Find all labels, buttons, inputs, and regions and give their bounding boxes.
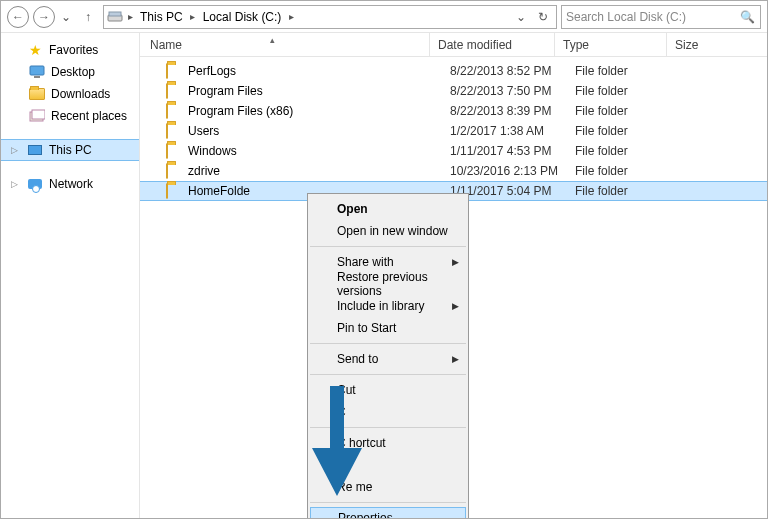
folder-icon [166, 64, 182, 78]
context-menu-label: Include in library [337, 299, 424, 313]
file-date: 8/22/2013 8:52 PM [450, 64, 575, 78]
context-menu: OpenOpen in new windowShare with▶Restore… [307, 193, 469, 519]
context-menu-item[interactable]: Pin to Start [309, 317, 467, 339]
sidebar-item-downloads[interactable]: Downloads [1, 83, 139, 105]
address-bar[interactable]: ▸ This PC ▸ Local Disk (C:) ▸ ⌄ ↻ [103, 5, 557, 29]
chevron-right-icon: ▷ [11, 145, 21, 155]
arrow-left-icon: ← [12, 11, 24, 23]
sidebar-network[interactable]: ▷ Network [1, 173, 139, 195]
svg-rect-2 [30, 66, 44, 75]
drive-icon [106, 8, 124, 26]
svg-rect-3 [34, 76, 40, 78]
context-menu-item[interactable]: D [309, 454, 467, 476]
recent-places-icon [29, 108, 45, 124]
column-headers: Name Date modified Type Size [140, 33, 767, 57]
nav-back-button[interactable]: ← [7, 6, 29, 28]
file-date: 1/2/2017 1:38 AM [450, 124, 575, 138]
arrow-right-icon: → [38, 11, 50, 23]
file-type: File folder [575, 144, 687, 158]
search-placeholder: Search Local Disk (C:) [566, 10, 738, 24]
sidebar-item-recent-places[interactable]: Recent places [1, 105, 139, 127]
file-name: Windows [188, 144, 450, 158]
file-type: File folder [575, 64, 687, 78]
file-type: File folder [575, 84, 687, 98]
context-menu-label: Share with [337, 255, 394, 269]
folder-icon [166, 84, 182, 98]
context-menu-item[interactable]: Properties [310, 507, 466, 519]
svg-rect-5 [32, 110, 45, 119]
desktop-icon [29, 64, 45, 80]
file-row[interactable]: Windows1/11/2017 4:53 PMFile folder [140, 141, 767, 161]
context-menu-label: Pin to Start [337, 321, 396, 335]
breadcrumb-this-pc[interactable]: This PC [136, 6, 187, 28]
context-menu-item[interactable]: Re me [309, 476, 467, 498]
search-input[interactable]: Search Local Disk (C:) 🔍 [561, 5, 761, 29]
chevron-right-icon: ▸ [124, 11, 136, 22]
folder-icon [166, 124, 182, 138]
file-name: Program Files [188, 84, 450, 98]
sidebar-label: Favorites [49, 43, 98, 57]
column-size[interactable]: Size [667, 33, 747, 56]
column-name[interactable]: Name [140, 33, 430, 56]
address-dropdown-button[interactable]: ⌄ [510, 10, 532, 24]
star-icon: ★ [27, 42, 43, 58]
file-type: File folder [575, 104, 687, 118]
nav-recent-dropdown[interactable]: ⌄ [59, 6, 73, 28]
nav-forward-button[interactable]: → [33, 6, 55, 28]
sidebar-item-label: Desktop [51, 65, 95, 79]
chevron-right-icon: ▶ [452, 354, 459, 364]
sidebar-this-pc[interactable]: ▷ This PC [1, 139, 139, 161]
context-menu-label: Open [337, 202, 368, 216]
file-date: 1/11/2017 4:53 PM [450, 144, 575, 158]
toolbar: ← → ⌄ ↑ ▸ This PC ▸ Local Disk (C:) ▸ ⌄ … [1, 1, 767, 33]
context-menu-label: Re me [337, 480, 372, 494]
file-row[interactable]: Program Files (x86)8/22/2013 8:39 PMFile… [140, 101, 767, 121]
context-menu-item[interactable]: C [309, 401, 467, 423]
chevron-right-icon: ▶ [452, 301, 459, 311]
context-menu-label: Open in new window [337, 224, 448, 238]
search-icon: 🔍 [738, 10, 756, 24]
file-date: 8/22/2013 7:50 PM [450, 84, 575, 98]
chevron-right-icon: ▶ [452, 257, 459, 267]
file-row[interactable]: zdrive10/23/2016 2:13 PMFile folder [140, 161, 767, 181]
network-icon [27, 176, 43, 192]
file-row[interactable]: PerfLogs8/22/2013 8:52 PMFile folder [140, 61, 767, 81]
context-menu-item[interactable]: Send to▶ [309, 348, 467, 370]
context-menu-label: Properties [338, 511, 393, 519]
context-menu-item[interactable]: Open [309, 198, 467, 220]
sidebar-favorites[interactable]: ★ Favorites [1, 39, 139, 61]
column-date-modified[interactable]: Date modified [430, 33, 555, 56]
folder-icon [166, 184, 182, 198]
context-menu-item[interactable]: Open in new window [309, 220, 467, 242]
context-menu-item[interactable]: C hortcut [309, 432, 467, 454]
chevron-right-icon: ▸ [187, 11, 199, 22]
nav-up-button[interactable]: ↑ [77, 6, 99, 28]
sidebar-item-desktop[interactable]: Desktop [1, 61, 139, 83]
folder-icon [166, 164, 182, 178]
column-type[interactable]: Type [555, 33, 667, 56]
refresh-button[interactable]: ↻ [532, 10, 554, 24]
file-row[interactable]: Users1/2/2017 1:38 AMFile folder [140, 121, 767, 141]
context-menu-item[interactable]: Restore previous versions [309, 273, 467, 295]
context-menu-label: C [337, 405, 346, 419]
context-menu-label: Restore previous versions [337, 270, 467, 298]
context-menu-label: Send to [337, 352, 378, 366]
file-name: Program Files (x86) [188, 104, 450, 118]
file-date: 10/23/2016 2:13 PM [450, 164, 575, 178]
file-type: File folder [575, 124, 687, 138]
file-row[interactable]: Program Files8/22/2013 7:50 PMFile folde… [140, 81, 767, 101]
navigation-pane: ★ Favorites Desktop Downloads Recent pl [1, 33, 140, 518]
context-menu-item[interactable]: Include in library▶ [309, 295, 467, 317]
context-menu-label: D [337, 458, 346, 472]
sidebar-item-label: Downloads [51, 87, 110, 101]
file-name: PerfLogs [188, 64, 450, 78]
pc-icon [27, 142, 43, 158]
chevron-right-icon: ▷ [11, 179, 21, 189]
breadcrumb-local-disk[interactable]: Local Disk (C:) [199, 6, 286, 28]
context-menu-label: Cut [337, 383, 356, 397]
context-menu-label: C hortcut [337, 436, 386, 450]
context-menu-item[interactable]: Cut [309, 379, 467, 401]
file-type: File folder [575, 184, 687, 198]
chevron-right-icon: ▸ [285, 11, 297, 22]
file-name: Users [188, 124, 450, 138]
